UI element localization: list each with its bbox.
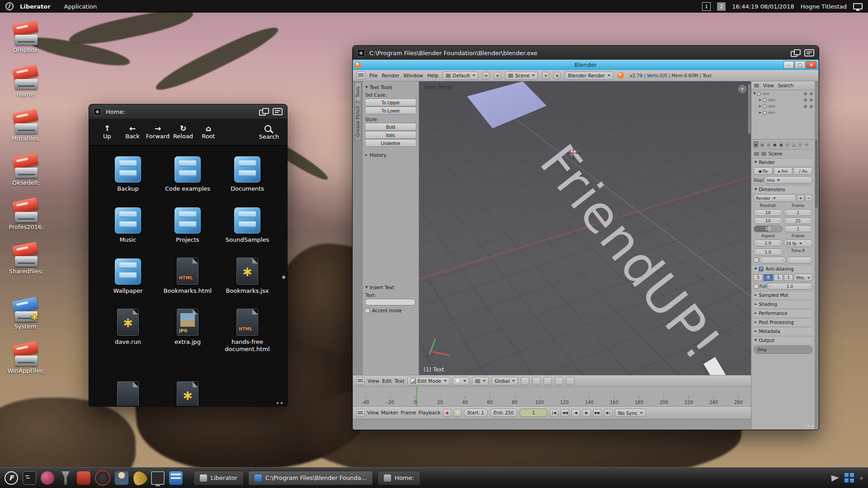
outliner-menu-search[interactable]: Search: [778, 83, 793, 88]
resize-grip[interactable]: [281, 402, 283, 404]
tools-app-icon[interactable]: [59, 471, 72, 485]
play-button[interactable]: ▶: [582, 409, 591, 417]
time-new-field[interactable]: ‹›: [787, 257, 813, 263]
expand-icon[interactable]: ►: [759, 104, 761, 108]
aspect-x-field[interactable]: ‹1.0›: [754, 239, 783, 246]
menu-file[interactable]: File: [369, 73, 377, 79]
current-frame-field[interactable]: 1: [519, 408, 547, 417]
properties-region-toggle-icon[interactable]: +: [738, 85, 746, 93]
outliner-row[interactable]: ▼: [751, 90, 815, 97]
file-item[interactable]: Code examples: [158, 154, 217, 205]
friend-launcher-icon[interactable]: F: [5, 471, 18, 485]
animation-button[interactable]: ▸ Ani: [774, 167, 793, 175]
task-blender[interactable]: C:\Program Files\Blender Founda...: [248, 471, 373, 485]
file-item[interactable]: Backup: [98, 154, 158, 205]
render-button[interactable]: ◉ Re: [754, 167, 773, 175]
sync-mode-selector[interactable]: No Sync: [615, 408, 646, 417]
play-reverse-button[interactable]: ◀: [571, 409, 580, 417]
sphere-app-icon[interactable]: [41, 471, 54, 485]
liberator-logo-icon[interactable]: [5, 2, 14, 10]
outliner-row[interactable]: ►: [751, 97, 815, 103]
properties-tab-material[interactable]: ▽: [797, 141, 803, 148]
window-mode-icon[interactable]: [804, 49, 814, 56]
aspect-y-field[interactable]: ‹1.0›: [754, 249, 783, 255]
file-manager-titlebar[interactable]: Home:: [89, 104, 287, 119]
desktop-icon-mitrafiles[interactable]: Mitrafiles:: [4, 111, 49, 142]
add-preset-button[interactable]: +: [797, 195, 804, 202]
performance-panel-header[interactable]: ► Performance: [753, 309, 813, 317]
time-old-field[interactable]: ‹›: [760, 257, 786, 263]
orientation-selector[interactable]: Global: [491, 377, 519, 385]
file-item[interactable]: Projects: [158, 205, 217, 256]
window-menu-icon[interactable]: [357, 49, 365, 57]
output-path-field[interactable]: /tmp: [754, 346, 812, 354]
properties-tab-render[interactable]: ◉: [753, 141, 759, 148]
aa-samples-16[interactable]: 1: [784, 274, 793, 281]
tab-tools[interactable]: Tools: [354, 83, 361, 101]
display-icon[interactable]: [853, 3, 863, 9]
workspace-1-button[interactable]: 1: [702, 2, 711, 11]
frame-end-field[interactable]: End: 250: [490, 408, 517, 417]
window-mode-icon[interactable]: [273, 108, 283, 115]
aa-samples-5[interactable]: 5: [754, 274, 763, 281]
terminal-icon[interactable]: [23, 471, 36, 485]
editor-type-icon[interactable]: [356, 377, 365, 385]
history-panel-header[interactable]: ► History: [365, 152, 416, 158]
desktop-icon-home[interactable]: Home:: [4, 67, 49, 98]
share-icon[interactable]: [831, 474, 839, 482]
shading-selector[interactable]: [453, 377, 469, 385]
workspace-2-button[interactable]: 2: [717, 2, 726, 11]
task-liberator[interactable]: Liberator: [193, 471, 244, 485]
tab-grease-pencil[interactable]: Grease Pencil: [354, 103, 361, 141]
file-item-partial[interactable]: [98, 380, 158, 406]
render-preset-selector[interactable]: Render: [754, 194, 796, 202]
menu-window[interactable]: Window: [404, 73, 423, 79]
editor-type-icon[interactable]: [356, 409, 365, 417]
media-app-icon[interactable]: [169, 471, 183, 485]
expand-icon[interactable]: ▼: [753, 92, 755, 95]
post-processing-panel-header[interactable]: ► Post Processing: [753, 318, 813, 326]
properties-tab-texture[interactable]: +: [804, 141, 809, 148]
close-button[interactable]: ×: [806, 61, 816, 69]
menu-playback[interactable]: Playback: [418, 410, 440, 416]
contacts-app-icon[interactable]: [115, 471, 128, 485]
underline-button[interactable]: Underline: [365, 139, 416, 147]
menu-view[interactable]: View: [367, 410, 379, 416]
expand-icon[interactable]: ►: [759, 111, 761, 114]
window-menu-icon[interactable]: [94, 108, 101, 116]
next-keyframe-button[interactable]: ▶▶: [593, 409, 602, 417]
to-lower-button[interactable]: To Lower: [365, 107, 416, 114]
jump-to-start-button[interactable]: |◀: [550, 409, 558, 417]
fps-selector[interactable]: 24 fp: [784, 239, 813, 247]
file-item[interactable]: ∗ Bookmarks.jsx: [217, 256, 277, 307]
outliner-row[interactable]: ►: [751, 103, 815, 109]
up-button[interactable]: ↑ Up: [94, 125, 120, 140]
proportional-edit-icon[interactable]: [543, 377, 552, 385]
menu-help[interactable]: Help: [427, 73, 439, 79]
desktop-icon-dropbox[interactable]: Dropbox:: [4, 23, 49, 53]
aa-filter-selector[interactable]: Mitc: [794, 274, 812, 282]
author-app-icon[interactable]: [131, 469, 149, 487]
prev-keyframe-button[interactable]: ◀◀: [561, 409, 569, 417]
anti-aliasing-panel-header[interactable]: ▼ Anti-Aliasing: [753, 265, 813, 272]
file-item[interactable]: ∗ dave.run: [98, 307, 158, 358]
maximize-button[interactable]: □: [795, 61, 805, 69]
app-grid-icon[interactable]: [844, 473, 854, 483]
restrict-icon[interactable]: [804, 92, 807, 95]
file-item-partial[interactable]: ∗: [158, 380, 217, 406]
snap-element-icon[interactable]: [532, 377, 541, 385]
resolution-y-field[interactable]: ‹10›: [754, 217, 783, 224]
add-layout-button[interactable]: +: [482, 72, 490, 80]
sampled-motion-blur-panel-header[interactable]: ► Sampled Mot: [753, 291, 813, 299]
bold-button[interactable]: Bold: [365, 123, 416, 131]
task-home[interactable]: Home:: [377, 471, 420, 485]
expand-icon[interactable]: ►: [759, 98, 761, 102]
auto-keyframe-record-icon[interactable]: [443, 409, 451, 417]
delete-layout-button[interactable]: ×: [494, 72, 501, 80]
menu-marker[interactable]: Marker: [381, 410, 398, 416]
timeline-ruler[interactable]: -40 -20 0 20 40 60 80 100 120 140 160 18…: [353, 387, 751, 407]
scene-selector[interactable]: Scene: [505, 71, 538, 80]
scrollbar-dot[interactable]: [282, 276, 285, 279]
render-panel-header[interactable]: ▼ Render: [753, 158, 813, 166]
editor-type-icon[interactable]: [356, 71, 365, 80]
